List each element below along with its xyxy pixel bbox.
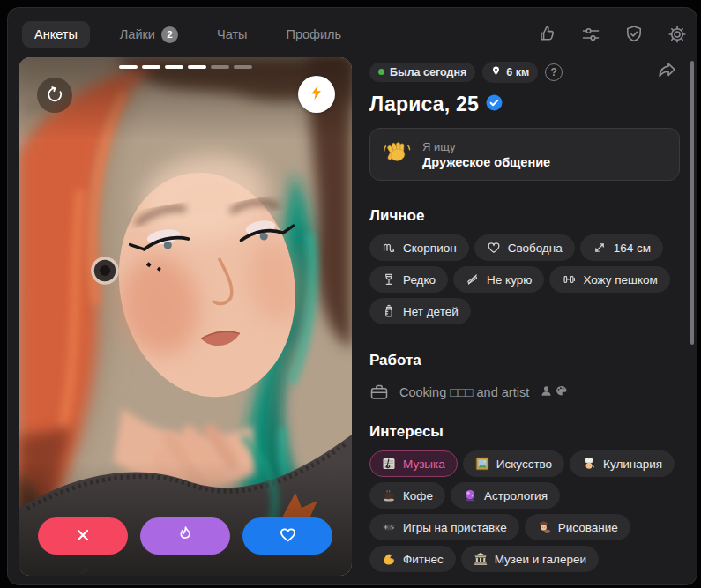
rewind-icon xyxy=(46,85,63,106)
verified-badge-icon xyxy=(486,94,503,115)
distance-text: 6 км xyxy=(506,66,529,78)
superlike-button[interactable] xyxy=(140,517,230,555)
share-icon[interactable] xyxy=(656,59,678,85)
location-pin-icon xyxy=(491,65,501,79)
chip-interest-drawing: Рисование xyxy=(525,514,630,540)
scrollbar-thumb[interactable] xyxy=(690,61,694,345)
person-icon xyxy=(540,384,553,400)
top-nav: Анкеты Лайки2 Чаты Профиль xyxy=(22,17,688,52)
shield-check-icon[interactable] xyxy=(623,24,645,45)
likes-count-badge: 2 xyxy=(161,26,178,43)
tab-label: Анкеты xyxy=(34,27,78,41)
chip-interest-museums: Музеи и галереи xyxy=(461,546,599,572)
no-smoking-icon xyxy=(466,272,480,287)
artist-icon xyxy=(537,520,551,534)
section-title-personal: Личное xyxy=(369,207,687,225)
chip-zodiac: Скорпион xyxy=(369,234,469,261)
chip-label: Рисование xyxy=(558,521,618,534)
chip-children: Нет детей xyxy=(369,298,471,324)
baby-bottle-icon xyxy=(382,304,396,318)
tab-chats[interactable]: Чаты xyxy=(208,21,256,48)
rewind-button[interactable] xyxy=(37,78,72,113)
work-text: Cooking □□□ and artist xyxy=(399,385,529,399)
palette-icon xyxy=(555,384,568,400)
settings-gear-icon[interactable] xyxy=(667,24,688,45)
chip-label: Нет детей xyxy=(403,305,459,318)
framed-picture-icon xyxy=(475,457,489,471)
museum-icon xyxy=(474,552,488,566)
last-seen-badge: Была сегодня xyxy=(369,63,475,82)
chip-interest-astrology: Астрология xyxy=(451,482,560,509)
fire-icon xyxy=(175,525,196,547)
chip-interest-art: Искусство xyxy=(463,450,564,477)
lightning-bolt-icon xyxy=(308,84,325,105)
wine-glass-icon xyxy=(382,272,396,287)
tab-likes[interactable]: Лайки2 xyxy=(111,20,187,49)
biceps-icon xyxy=(382,552,396,566)
app-window: Анкеты Лайки2 Чаты Профиль xyxy=(7,7,697,585)
game-controller-icon xyxy=(382,520,396,534)
dislike-button[interactable] xyxy=(38,517,128,555)
section-title-work: Работа xyxy=(369,352,687,369)
chip-interest-music: Музыка xyxy=(369,450,458,477)
coffee-icon xyxy=(382,488,396,502)
music-sheet-icon xyxy=(382,457,396,471)
briefcase-icon xyxy=(369,383,389,402)
photo-progress xyxy=(19,65,352,69)
waving-hand-icon xyxy=(383,138,411,170)
looking-for-card: Я ищу Дружеское общение xyxy=(369,128,680,181)
chip-label: Хожу пешком xyxy=(583,273,657,287)
chip-relationship: Свободна xyxy=(474,234,575,261)
help-button[interactable]: ? xyxy=(545,63,563,81)
chip-label: Музеи и галереи xyxy=(495,553,586,566)
chip-label: Игры на приставке xyxy=(403,521,507,534)
section-title-interests: Интересы xyxy=(369,423,687,441)
dumbbell-icon xyxy=(562,272,576,287)
question-mark: ? xyxy=(551,66,557,78)
chip-label: Скорпион xyxy=(403,242,457,255)
filters-icon[interactable] xyxy=(580,24,601,45)
chip-interest-coffee: Кофе xyxy=(369,482,445,509)
scorpio-icon xyxy=(382,241,396,255)
chip-height: 164 см xyxy=(580,234,663,261)
profile-photo[interactable] xyxy=(19,57,352,576)
chip-interest-cooking: Кулинария xyxy=(570,450,675,477)
work-row: Cooking □□□ and artist xyxy=(369,383,687,402)
interest-chips: Музыка Искусство xyxy=(369,450,683,572)
looking-for-label: Я ищу xyxy=(422,140,550,153)
chip-label: Искусство xyxy=(496,458,552,471)
looking-for-value: Дружеское общение xyxy=(422,155,550,169)
chip-alcohol: Редко xyxy=(369,266,448,293)
chip-smoking: Не курю xyxy=(453,266,544,293)
chip-interest-console-games: Игры на приставке xyxy=(369,514,519,540)
profile-name: Лариса, 25 xyxy=(369,93,479,116)
boost-button[interactable] xyxy=(298,76,335,113)
heart-outline-icon xyxy=(487,241,501,255)
chip-label: 164 см xyxy=(614,242,651,255)
tab-label: Чаты xyxy=(217,27,247,41)
chip-activity: Хожу пешком xyxy=(549,266,669,293)
distance-badge: 6 км xyxy=(482,62,538,83)
tab-ankety[interactable]: Анкеты xyxy=(22,21,90,48)
like-button[interactable] xyxy=(242,517,332,555)
chip-label: Музыка xyxy=(403,458,445,471)
chef-icon xyxy=(582,457,596,471)
heart-icon xyxy=(278,525,298,547)
chip-label: Астрология xyxy=(484,489,548,502)
tab-profile[interactable]: Профиль xyxy=(277,21,350,48)
crystal-ball-icon xyxy=(463,488,477,502)
last-seen-text: Была сегодня xyxy=(390,66,466,78)
chip-label: Не курю xyxy=(487,273,532,287)
chip-label: Кофе xyxy=(403,489,433,502)
tab-label: Лайки xyxy=(120,27,155,41)
status-row: Была сегодня 6 км ? xyxy=(369,59,687,85)
height-arrows-icon xyxy=(593,241,607,255)
online-dot xyxy=(378,69,384,75)
personal-chips: Скорпион Свободна 164 см xyxy=(369,234,683,324)
thumbs-up-icon[interactable] xyxy=(537,24,558,45)
x-icon xyxy=(73,525,93,547)
chip-label: Кулинария xyxy=(603,458,662,471)
chip-label: Свободна xyxy=(508,242,563,255)
chip-label: Фитнес xyxy=(403,553,444,566)
profile-info: Была сегодня 6 км ? Лариса, 25 xyxy=(369,59,687,572)
